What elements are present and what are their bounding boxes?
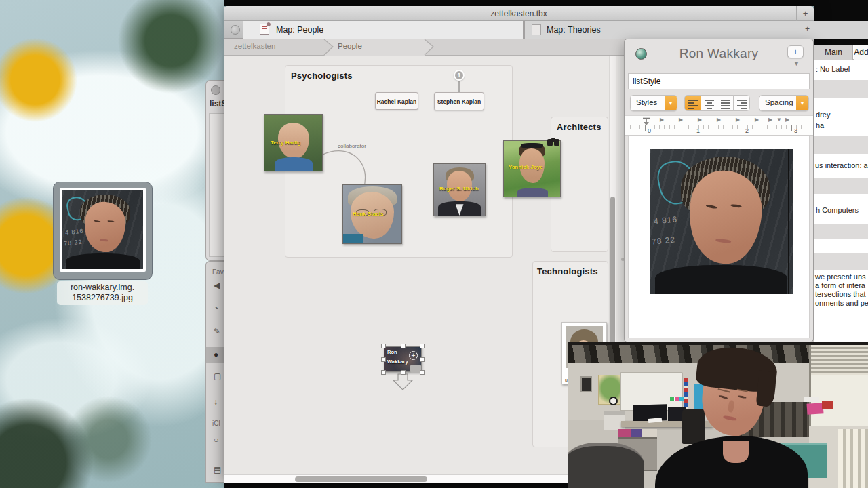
webcam-picture-frame [580, 376, 592, 392]
tab-stop-icon[interactable]: ▶ [698, 117, 702, 123]
webcam-pink-folder [806, 403, 823, 415]
webcam-white-binder [804, 396, 819, 402]
selection-handle[interactable] [420, 357, 425, 362]
shirt [275, 157, 313, 171]
tab-stop-icon[interactable]: ▶ [679, 117, 683, 123]
selection-handle[interactable] [420, 344, 425, 348]
panel-body [209, 113, 224, 257]
photo-label: Henk Staats [353, 211, 384, 217]
titlebar-plus-button[interactable]: + [796, 6, 814, 21]
styles-label: Styles [636, 98, 657, 106]
node-stephen-kaplan[interactable]: Stephen Kaplan [434, 92, 484, 110]
attribute-field[interactable]: listStyle [628, 73, 810, 89]
selection-handle[interactable] [381, 344, 386, 348]
node-rachel-kaplan[interactable]: Rachel Kaplan [375, 92, 418, 110]
map-document-icon [532, 24, 541, 35]
downloads-icon[interactable]: ↓ [214, 397, 218, 407]
tab-map-theories[interactable]: Map: Theories [524, 21, 868, 39]
photo-label: Terry Hartig [271, 140, 301, 146]
tab-stop-icon[interactable]: ▶ [660, 117, 664, 123]
desktop-file-name[interactable]: ron-wakkary.img. 1538276739.jpg [57, 281, 148, 305]
shirt [343, 234, 363, 243]
attribute-row[interactable]: h Computers [814, 206, 868, 214]
letterbox-top [224, 0, 814, 6]
attribute-row[interactable]: ha [814, 121, 868, 129]
collapse-chevron-icon[interactable]: ▼ [793, 60, 800, 67]
selection-handle[interactable] [381, 370, 386, 375]
webcam-sticky-notes [670, 396, 684, 401]
new-tab-button[interactable]: + [805, 24, 810, 34]
documents-icon[interactable]: ▢ [214, 371, 221, 381]
selection-handle[interactable] [420, 370, 425, 375]
node-yannick-joye[interactable]: Yannick Joye [503, 140, 561, 197]
sunglasses-on-head [521, 143, 543, 148]
window-titlebar[interactable]: zettelkasten.tbx + [224, 6, 814, 21]
breadcrumb-root[interactable]: zettelkasten [234, 42, 275, 50]
node-terry-hartig[interactable]: Terry Hartig [264, 114, 323, 171]
node-plus-icon[interactable]: + [409, 351, 418, 360]
ruler-ticks [630, 125, 808, 134]
tab-stop-down-icon[interactable]: ▼ [776, 117, 782, 123]
tab-map-people[interactable]: Map: People [243, 21, 524, 39]
node-roger-ulrich[interactable]: Roger S. Ulrich [433, 163, 486, 216]
group-title: Architects [557, 122, 601, 132]
node-henk-staats[interactable]: Henk Staats [342, 184, 402, 244]
icloud-drive-icon[interactable]: ○ [214, 435, 218, 445]
attribute-row-divider [814, 253, 868, 270]
webcam-person-neck [723, 441, 749, 463]
ron-wakkary-text-window: Ron Wakkary + ▼ listStyle Styles ▾ [624, 39, 814, 342]
attribute-row-divider [814, 178, 868, 194]
first-line-indent-marker[interactable] [642, 117, 650, 125]
webcam-person-head [690, 344, 781, 445]
align-right-button[interactable] [733, 95, 750, 111]
file-name-line1: ron-wakkary.img. [57, 283, 148, 293]
link-label[interactable]: collaborator [338, 143, 366, 149]
link-count-badge[interactable]: 1 [454, 70, 465, 81]
scrollbar-thumb[interactable] [295, 476, 427, 482]
tab-bar: Map: People Map: Theories + [224, 21, 814, 39]
align-center-button[interactable] [701, 95, 717, 111]
webcam-window-blinds [811, 345, 868, 375]
selection-handle[interactable] [401, 370, 406, 375]
dropdown-chevron-icon: ▾ [665, 96, 677, 110]
attribute-row[interactable]: drey [814, 110, 868, 119]
abstract-text-line: onments and pe [815, 299, 868, 308]
add-attribute-button[interactable]: + [787, 45, 804, 58]
panel-orb-icon [211, 85, 220, 95]
breadcrumb-current[interactable]: People [338, 42, 362, 50]
tab-circle-icon[interactable] [231, 25, 240, 35]
tab-stop-icon[interactable]: ▶ [755, 117, 759, 123]
applications-icon[interactable]: ✎ [214, 327, 220, 336]
tab-main[interactable]: Main [814, 45, 853, 60]
node-ron-wakkary-selected[interactable]: Ron Wakkary + [384, 346, 422, 372]
shirt [655, 265, 787, 294]
styles-dropdown[interactable]: Styles ▾ [630, 95, 677, 111]
attribute-row[interactable]: us interaction: a [814, 161, 868, 169]
abstract-text-line: tersections that [815, 290, 868, 300]
folder-icon[interactable]: ▤ [214, 465, 221, 474]
text-ruler[interactable]: ▶ ▶ ▶ ▶ ▶ ▶ ▶ ▼ ▶ 0 1 2 3 [625, 115, 813, 136]
ron-wakkary-photo-thumbnail: 4 816 78 22 [62, 190, 143, 269]
background-panel-liststyle[interactable]: listS [205, 80, 224, 261]
desktop-icon[interactable]: ● [214, 350, 218, 359]
file-name-line2: 1538276739.jpg [57, 293, 148, 303]
tab-stop-icon[interactable]: ▶ [736, 117, 740, 123]
attribute-tabs: Main Add [814, 45, 868, 60]
tab-add[interactable]: Add [854, 45, 868, 60]
selection-handle[interactable] [381, 357, 386, 362]
spacing-dropdown[interactable]: Spacing ▾ [759, 95, 809, 111]
attribute-row[interactable]: : No Label [814, 65, 868, 73]
tab-stop-icon[interactable]: ▶ [768, 117, 772, 123]
align-justify-button[interactable] [717, 95, 734, 111]
tab-stop-icon[interactable]: ▶ [717, 117, 721, 123]
note-text-area[interactable]: 4 816 78 22 [628, 136, 810, 338]
selection-handle[interactable] [401, 344, 406, 348]
desktop-file-icon[interactable]: 4 816 78 22 [53, 182, 153, 280]
face [83, 201, 126, 253]
tab-stop-icon[interactable]: ▶ [785, 117, 789, 123]
recents-icon[interactable]: ◔ [214, 304, 218, 313]
chalk-number: 4 816 [653, 215, 677, 227]
airdrop-icon[interactable]: ◀ [214, 281, 217, 290]
align-left-button[interactable] [684, 95, 701, 111]
dropdown-chevron-icon: ▾ [796, 96, 808, 110]
